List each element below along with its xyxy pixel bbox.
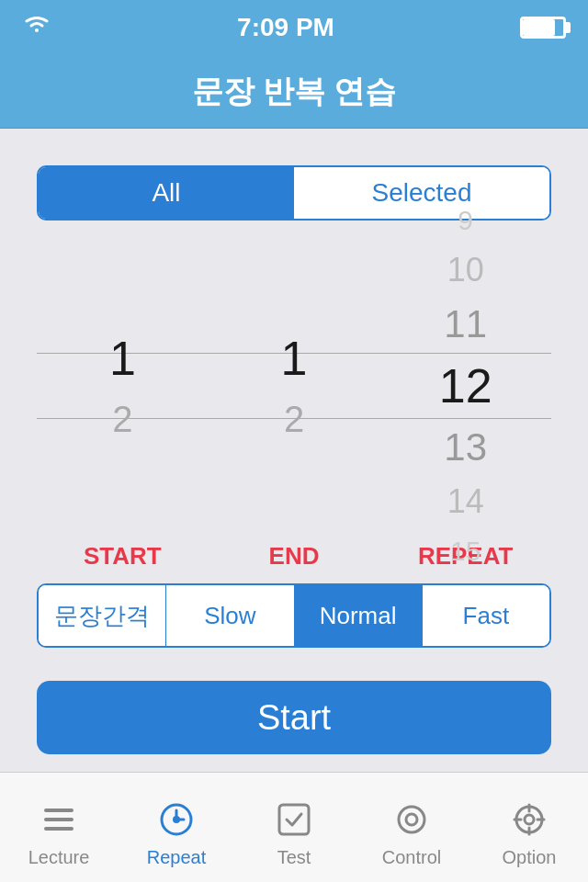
status-bar: 7:09 PM (0, 0, 588, 55)
control-icon (391, 799, 432, 840)
tab-item-repeat[interactable]: Repeat (118, 773, 235, 882)
lecture-icon (39, 799, 79, 840)
start-button-label: Start (257, 698, 331, 738)
picker-area[interactable]: 1 2 1 2 (37, 239, 551, 533)
picker-below3-repeat: 15 (450, 527, 481, 575)
picker-selected-repeat: 12 (439, 353, 492, 419)
picker-selected-start: 1 (109, 325, 136, 391)
picker-col-repeat[interactable]: 9 10 11 12 13 14 15 (379, 239, 551, 533)
speed-interval-button[interactable]: 문장간격 (39, 585, 166, 646)
segment-selected-button[interactable]: Selected (294, 167, 549, 219)
label-start: START (84, 542, 162, 571)
label-end-col: END (209, 542, 380, 571)
svg-rect-5 (279, 805, 309, 834)
app-header: 문장 반복 연습 (0, 55, 588, 129)
status-time: 7:09 PM (237, 13, 334, 42)
test-icon (274, 799, 314, 840)
picker-above4-repeat: 9 (458, 197, 473, 244)
svg-rect-1 (44, 818, 74, 821)
svg-point-6 (399, 807, 424, 832)
tab-label-repeat: Repeat (147, 847, 207, 868)
tab-label-test: Test (277, 847, 311, 868)
tab-item-control[interactable]: Control (353, 773, 470, 882)
option-icon (509, 799, 549, 840)
main-content: All Selected 1 2 (0, 129, 588, 827)
picker-below2-repeat: 14 (447, 476, 484, 527)
svg-point-7 (406, 814, 417, 825)
speed-normal-button[interactable]: Normal (295, 585, 423, 646)
segment-all-button[interactable]: All (39, 167, 294, 219)
picker-above3-repeat: 10 (447, 244, 484, 296)
speed-row: 문장간격 Slow Normal Fast (37, 583, 551, 648)
tab-bar: Lecture Repeat Test Con (0, 772, 588, 882)
picker-selected-end: 1 (281, 325, 308, 391)
picker-below-start: 2 (112, 391, 132, 447)
label-start-col: START (37, 542, 209, 571)
picker-col-start[interactable]: 1 2 (37, 239, 209, 533)
tab-item-lecture[interactable]: Lecture (0, 773, 118, 882)
tab-label-control: Control (382, 847, 441, 868)
wifi-icon (22, 14, 51, 41)
battery-icon (520, 17, 566, 39)
label-end: END (269, 542, 320, 571)
speed-fast-button[interactable]: Fast (423, 585, 549, 646)
picker-below-end: 2 (284, 391, 304, 447)
tab-item-option[interactable]: Option (470, 773, 588, 882)
picker-row: 1 2 1 2 (37, 239, 551, 533)
svg-rect-0 (44, 808, 74, 812)
repeat-icon (156, 799, 197, 840)
svg-rect-2 (44, 827, 74, 831)
tab-item-test[interactable]: Test (235, 773, 353, 882)
app-title: 문장 반복 연습 (192, 71, 397, 113)
picker-below1-repeat: 13 (444, 419, 487, 476)
svg-point-4 (173, 816, 180, 823)
tab-label-lecture: Lecture (28, 847, 90, 868)
picker-above2-repeat: 11 (444, 296, 487, 353)
picker-col-end[interactable]: 1 2 (209, 239, 380, 533)
speed-slow-button[interactable]: Slow (166, 585, 294, 646)
start-button[interactable]: Start (37, 681, 551, 754)
svg-point-9 (525, 815, 534, 824)
tab-label-option: Option (503, 847, 557, 868)
